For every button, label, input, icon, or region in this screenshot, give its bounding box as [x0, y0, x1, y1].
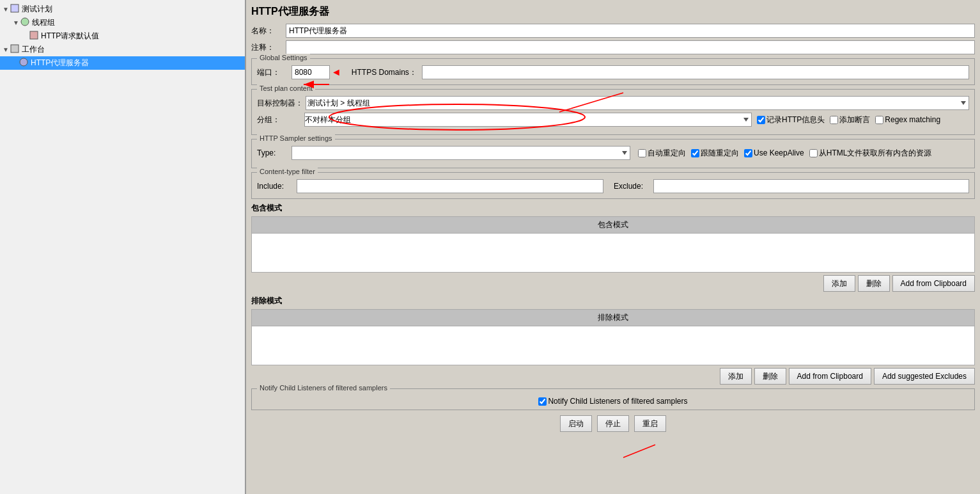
include-patterns-section: 包含模式 包含模式 添加 删除 Add from Clipboard [251, 203, 975, 292]
cb-record-http-item[interactable]: 记录HTTP信息头 [757, 115, 825, 125]
port-label: 端口： [257, 67, 289, 78]
cb-add-assertion-item[interactable]: 添加断言 [830, 115, 870, 125]
svg-point-4 [20, 58, 27, 66]
type-select[interactable] [292, 146, 630, 160]
cb-auto-redirect[interactable] [638, 149, 646, 157]
red-arrow-icon: ◄ [331, 67, 341, 78]
tree-icon-http-defaults [29, 31, 38, 42]
checkbox-group: 记录HTTP信息头 添加断言 Regex matching [757, 115, 940, 125]
cb-regex-matching-item[interactable]: Regex matching [875, 115, 940, 124]
http-sampler-checkboxes: 自动重定向 跟随重定向 Use KeepAlive 从HTML文件获取所有内含的… [638, 148, 931, 159]
sidebar-label-thread-group: 线程组 [32, 17, 55, 28]
cb-record-http[interactable] [757, 116, 765, 124]
include-add-button[interactable]: 添加 [823, 275, 855, 292]
sidebar-item-http-proxy[interactable]: HTTP代理服务器 [0, 56, 245, 70]
test-plan-content-title: Test plan content [257, 84, 315, 92]
sidebar-item-http-defaults[interactable]: HTTP请求默认值 [0, 29, 245, 43]
cb-follow-redirect[interactable] [691, 149, 699, 157]
include-patterns-buttons: 添加 删除 Add from Clipboard [251, 275, 975, 292]
notify-checkbox[interactable] [538, 397, 547, 406]
https-domains-label: HTTPS Domains： [352, 67, 417, 78]
cb-retrieve-resources-label: 从HTML文件获取所有内含的资源 [819, 148, 932, 159]
tree-icon-workbench [10, 44, 19, 55]
target-controller-row: 目标控制器： 测试计划 > 线程组 [257, 96, 969, 110]
include-patterns-body [252, 234, 974, 272]
include-patterns-header: 包含模式 [252, 217, 974, 234]
stop-button[interactable]: 停止 [597, 415, 629, 432]
comment-label: 注释： [251, 42, 283, 53]
tree-icon-http-proxy [19, 58, 28, 68]
tree-icon-test-plan [10, 4, 19, 15]
cb-keepalive[interactable] [744, 149, 752, 157]
http-sampler-title: HTTP Sampler settings [257, 134, 335, 142]
expand-icon-test-plan[interactable]: ▼ [3, 6, 9, 13]
sidebar-item-test-plan[interactable]: ▼测试计划 [0, 3, 245, 16]
expand-icon-workbench[interactable]: ▼ [3, 46, 9, 53]
sidebar-label-http-proxy: HTTP代理服务器 [31, 58, 89, 68]
global-settings-box: Global Settings 端口： ◄ HTTPS Domains： [251, 58, 975, 85]
sidebar-label-http-defaults: HTTP请求默认值 [41, 31, 99, 42]
cb-retrieve-resources[interactable] [809, 149, 818, 157]
sidebar-item-thread-group[interactable]: ▼线程组 [0, 16, 245, 29]
cb-retrieve-resources-item[interactable]: 从HTML文件获取所有内含的资源 [809, 148, 932, 159]
name-row: 名称： [251, 24, 975, 38]
content-type-filter-box: Content-type filter Include: Exclude: [251, 172, 975, 199]
exclude-patterns-buttons: 添加 删除 Add from Clipboard Add suggested E… [251, 368, 975, 385]
svg-line-8 [623, 445, 655, 458]
bottom-buttons: 启动 停止 重启 [251, 415, 975, 432]
https-domains-input[interactable] [422, 65, 969, 79]
target-label: 目标控制器： [257, 98, 303, 109]
exclude-patterns-section: 排除模式 排除模式 添加 删除 Add from Clipboard Add s… [251, 296, 975, 385]
include-input[interactable] [297, 179, 603, 193]
cb-auto-redirect-item[interactable]: 自动重定向 [638, 148, 686, 159]
content-type-filter-title: Content-type filter [257, 168, 318, 175]
start-button[interactable]: 启动 [560, 415, 592, 432]
exclude-add-button[interactable]: 添加 [720, 368, 752, 385]
cb-regex-matching-label: Regex matching [885, 115, 940, 124]
notify-section: Notify Child Listeners of filtered sampl… [251, 388, 975, 410]
exclude-clipboard-button[interactable]: Add from Clipboard [789, 368, 871, 385]
sidebar-item-workbench[interactable]: ▼工作台 [0, 43, 245, 56]
comment-row: 注释： [251, 40, 975, 54]
expand-icon-thread-group[interactable]: ▼ [13, 19, 19, 26]
svg-rect-0 [11, 4, 19, 12]
cb-add-assertion-label: 添加断言 [839, 115, 870, 125]
cb-keepalive-item[interactable]: Use KeepAlive [744, 148, 804, 157]
cb-regex-matching[interactable] [875, 116, 883, 124]
notify-row: Notify Child Listeners of filtered sampl… [257, 393, 969, 406]
exclude-label: Exclude: [614, 182, 646, 191]
svg-rect-3 [11, 45, 19, 52]
include-delete-button[interactable]: 删除 [858, 275, 890, 292]
cb-keepalive-label: Use KeepAlive [754, 148, 804, 157]
cb-follow-redirect-label: 跟随重定向 [701, 148, 739, 159]
target-select[interactable]: 测试计划 > 线程组 [306, 96, 969, 110]
restart-button[interactable]: 重启 [634, 415, 666, 432]
type-label: Type: [257, 148, 289, 157]
svg-point-1 [21, 18, 29, 26]
exclude-patterns-table: 排除模式 [251, 309, 975, 365]
tree-icon-thread-group [20, 17, 29, 28]
cb-follow-redirect-item[interactable]: 跟随重定向 [691, 148, 739, 159]
port-input[interactable] [292, 65, 330, 79]
group-select[interactable]: 不对样本分组 [304, 113, 752, 127]
type-row: Type: 自动重定向 跟随重定向 Use KeepAlive [257, 146, 969, 160]
group-row: 分组： 不对样本分组 记录HTTP信息头 添加断言 Regex m [257, 113, 969, 127]
cb-record-http-label: 记录HTTP信息头 [766, 115, 825, 125]
name-label: 名称： [251, 26, 283, 36]
global-settings-row: 端口： ◄ HTTPS Domains： [257, 65, 969, 79]
page-title: HTTP代理服务器 [251, 5, 975, 19]
include-clipboard-button[interactable]: Add from Clipboard [892, 275, 975, 292]
exclude-suggested-button[interactable]: Add suggested Excludes [874, 368, 975, 385]
exclude-patterns-body [252, 326, 974, 365]
cb-auto-redirect-label: 自动重定向 [648, 148, 686, 159]
global-settings-title: Global Settings [257, 54, 310, 61]
group-label: 分组： [257, 115, 302, 125]
cb-add-assertion[interactable] [830, 116, 838, 124]
test-plan-content-box: Test plan content 目标控制器： 测试计划 > 线程组 分组： … [251, 89, 975, 135]
comment-input[interactable] [286, 40, 975, 54]
name-input[interactable] [286, 24, 975, 38]
exclude-input[interactable] [653, 179, 969, 193]
include-label: Include: [257, 182, 289, 191]
notify-checkbox-item[interactable]: Notify Child Listeners of filtered sampl… [538, 397, 687, 406]
exclude-delete-button[interactable]: 删除 [754, 368, 786, 385]
